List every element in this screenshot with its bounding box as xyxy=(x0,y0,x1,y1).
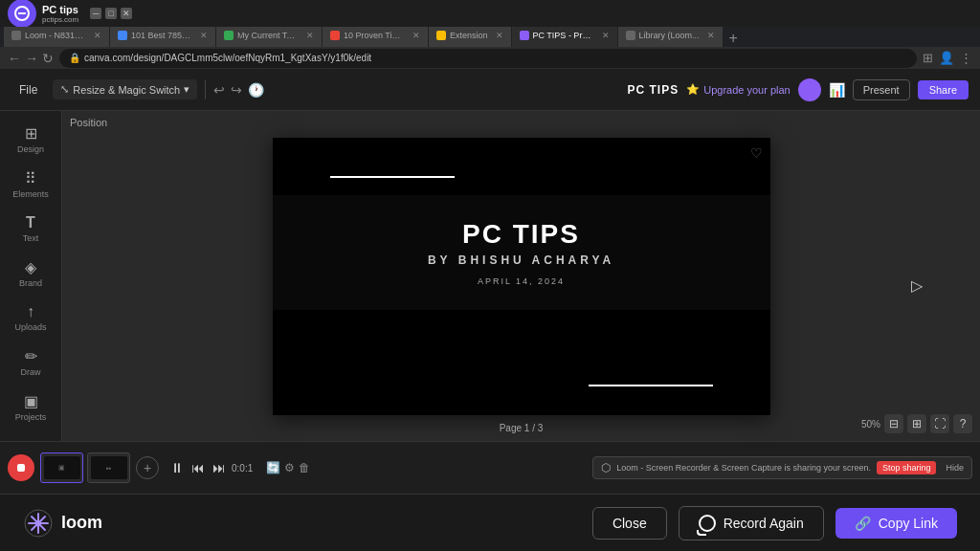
tab-favicon-loom xyxy=(11,31,21,40)
sidebar-label-brand: Brand xyxy=(19,278,42,288)
sidebar-label-uploads: Uploads xyxy=(14,322,46,332)
draw-icon: ✏ xyxy=(25,347,37,365)
stop-sharing-button[interactable]: Stop sharing xyxy=(877,461,937,474)
next-frame-button[interactable]: ⏭ xyxy=(211,458,228,477)
back-button[interactable]: ← xyxy=(8,51,21,66)
loop-button[interactable]: 🔄 xyxy=(266,461,280,474)
undo-button[interactable]: ↩ xyxy=(213,82,225,98)
sidebar-item-apps[interactable]: ⊞ Apps xyxy=(4,431,57,441)
redo-button[interactable]: ↪ xyxy=(231,82,242,98)
share-button[interactable]: Share xyxy=(918,80,969,99)
hide-label[interactable]: Hide xyxy=(946,463,964,473)
brand-icon: ◈ xyxy=(25,258,36,276)
tab-close-loom[interactable]: ✕ xyxy=(94,31,101,40)
screen-share-banner: ⬡ Loom - Screen Recorder & Screen Captur… xyxy=(592,456,972,479)
loom-close-button[interactable]: Close xyxy=(592,507,667,540)
copy-link-label: Copy Link xyxy=(879,516,938,531)
nav-buttons: ← → ↻ xyxy=(8,51,54,66)
reload-button[interactable]: ↻ xyxy=(42,51,54,66)
tab-label-library: Library (Loom... xyxy=(639,31,700,40)
sidebar-label-elements: Elements xyxy=(12,189,49,199)
more-zoom-button[interactable]: ? xyxy=(953,414,972,433)
time-display: 0:0:1 xyxy=(232,463,260,474)
sidebar-item-projects[interactable]: ▣ Projects xyxy=(4,386,57,428)
tab-label-tools: My Current Tools - Google... xyxy=(237,31,299,40)
tab-library[interactable]: Library (Loom... ✕ xyxy=(618,27,723,47)
zoom-out-button[interactable]: ⊟ xyxy=(884,414,903,433)
loom-icon xyxy=(23,508,54,539)
close-button[interactable]: ✕ xyxy=(121,8,132,19)
forward-button[interactable]: → xyxy=(25,51,38,66)
upgrade-plan-button[interactable]: ⭐ Upgrade your plan xyxy=(686,83,791,96)
analytics-icon[interactable]: 📊 xyxy=(829,82,845,98)
user-avatar[interactable] xyxy=(798,78,821,101)
text-icon: T xyxy=(26,214,35,231)
prev-frame-button[interactable]: ⏮ xyxy=(189,458,207,477)
url-text: canva.com/design/DAGCLmm5clw/oefNqyRm1_K… xyxy=(84,53,371,63)
tab-loom[interactable]: Loom - N8318 Stud... ✕ xyxy=(4,27,109,47)
loom-record-again-button[interactable]: Record Again xyxy=(679,506,824,540)
tab-close-tools[interactable]: ✕ xyxy=(306,31,314,40)
pause-button[interactable]: ⏸ xyxy=(168,458,186,477)
clock-icon[interactable]: 🕐 xyxy=(248,82,264,98)
file-menu[interactable]: File xyxy=(11,79,45,100)
maximize-button[interactable]: □ xyxy=(105,8,117,19)
sidebar-label-text: Text xyxy=(23,233,39,243)
tab-favicon-google xyxy=(118,31,127,40)
browser-chrome: PC tips pctips.com ─ □ ✕ Loom - N8318 St… xyxy=(0,0,980,69)
zoom-in-button[interactable]: ⊞ xyxy=(907,414,926,433)
timeline-slide-2[interactable]: ▪▪ xyxy=(87,452,130,483)
tab-close-ext[interactable]: ✕ xyxy=(496,31,503,40)
tab-tools[interactable]: My Current Tools - Google... ✕ xyxy=(216,27,322,47)
sidebar-item-brand[interactable]: ◈ Brand xyxy=(4,253,57,294)
tab-tips[interactable]: 10 Proven Tips to Make S... ✕ xyxy=(323,27,428,47)
position-label: Position xyxy=(70,117,107,128)
sidebar-item-draw[interactable]: ✏ Draw xyxy=(4,342,57,383)
cursor-indicator: ▷ xyxy=(911,276,923,295)
timeline-slide-1[interactable]: ▣ xyxy=(40,452,83,483)
tab-label-loom: Loom - N8318 Stud... xyxy=(25,31,86,40)
trash-button[interactable]: 🗑 xyxy=(299,461,310,474)
new-tab-button[interactable]: + xyxy=(724,30,744,47)
extensions-button[interactable]: ⊞ xyxy=(923,51,933,65)
tab-close-tips[interactable]: ✕ xyxy=(412,31,420,40)
tab-close-canva[interactable]: ✕ xyxy=(602,31,610,40)
pctips-logo xyxy=(8,0,36,28)
tab-close-google[interactable]: ✕ xyxy=(200,31,208,40)
tab-ext[interactable]: Extension ✕ xyxy=(429,27,511,47)
sidebar-item-elements[interactable]: ⠿ Elements xyxy=(4,164,57,205)
canva-toolbar: File ⤡ Resize & Magic Switch ▾ ↩ ↪ 🕐 PC … xyxy=(0,69,980,111)
more-options-button[interactable]: ⋮ xyxy=(960,51,972,65)
loom-logo: loom xyxy=(23,508,102,539)
sidebar-label-projects: Projects xyxy=(15,412,47,422)
resize-magic-switch-button[interactable]: ⤡ Resize & Magic Switch ▾ xyxy=(53,79,197,99)
sidebar-label-draw: Draw xyxy=(20,367,40,377)
tab-close-library[interactable]: ✕ xyxy=(707,31,715,40)
timeline-slides: ▣ ▪▪ xyxy=(40,452,130,483)
left-sidebar: ⊞ Design ⠿ Elements T Text ◈ Brand ↑ Upl… xyxy=(0,111,62,441)
minimize-button[interactable]: ─ xyxy=(90,8,101,19)
chevron-down-icon: ▾ xyxy=(184,83,189,96)
sidebar-item-uploads[interactable]: ↑ Uploads xyxy=(4,298,57,338)
stop-icon xyxy=(17,464,25,472)
pctips-domain: pctips.com xyxy=(42,15,78,24)
record-stop-button[interactable] xyxy=(8,454,34,481)
record-again-icon xyxy=(699,515,716,532)
tab-google[interactable]: 101 Best 785+ Google Ch... ✕ xyxy=(110,27,215,47)
add-slide-button[interactable]: + xyxy=(136,456,159,479)
projects-icon: ▣ xyxy=(24,392,38,410)
settings-button[interactable]: ⚙ xyxy=(284,461,295,474)
sidebar-item-design[interactable]: ⊞ Design xyxy=(4,119,57,160)
loom-copy-link-button[interactable]: 🔗 Copy Link xyxy=(835,508,957,539)
tab-favicon-ext xyxy=(436,31,446,40)
canva-brand-label: PC TIPS xyxy=(628,83,679,97)
fullscreen-button[interactable]: ⛶ xyxy=(930,414,949,433)
address-bar[interactable]: 🔒 canva.com/design/DAGCLmm5clw/oefNqyRm1… xyxy=(59,49,917,68)
sidebar-item-text[interactable]: T Text xyxy=(4,209,57,249)
slide-container[interactable]: PC TIPS BY BHISHU ACHARYA APRIL 14, 2024… xyxy=(273,138,770,415)
profile-button[interactable]: 👤 xyxy=(939,51,954,65)
present-button[interactable]: Present xyxy=(853,79,910,100)
canvas-area: Position PC TIPS BY BHISHU ACHARYA APRIL… xyxy=(62,111,980,441)
tab-favicon-library xyxy=(626,31,635,40)
tab-canva[interactable]: PC TIPS - Presentation... ✕ xyxy=(512,27,617,47)
